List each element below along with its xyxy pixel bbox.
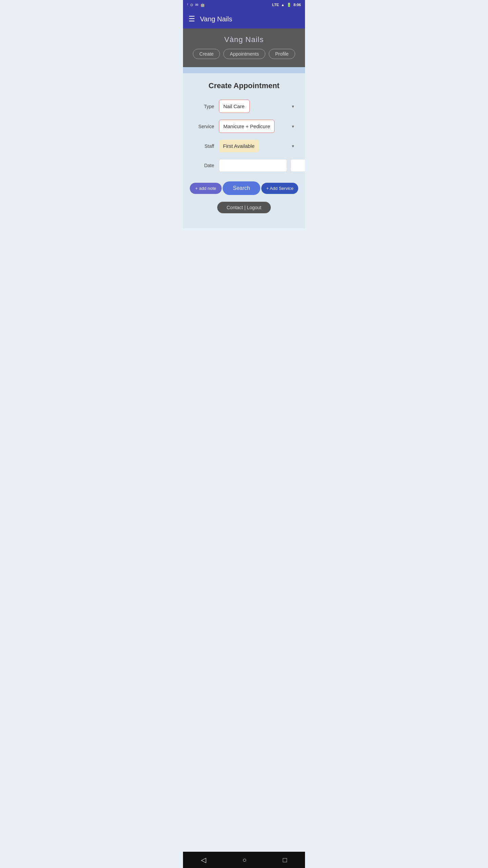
action-buttons: + add note Search + Add Service [190, 181, 298, 195]
circle-icon: ⊙ [190, 3, 193, 7]
footer-pill: Contact | Logout [217, 202, 271, 213]
type-row: Type Nail Care Hair Care Facial [190, 100, 298, 113]
service-select[interactable]: Manicure + Pedicure Manicure Pedicure Ge… [219, 120, 274, 133]
robot-icon: 🤖 [200, 3, 205, 7]
date-label: Date [190, 163, 214, 168]
exclamation-icon: ! [187, 3, 188, 7]
add-note-button[interactable]: + add note [190, 183, 222, 194]
add-service-button[interactable]: + Add Service [261, 183, 298, 194]
mail-icon: ✉ [195, 3, 198, 7]
footer-links: Contact | Logout [190, 202, 298, 213]
type-select[interactable]: Nail Care Hair Care Facial [219, 100, 250, 113]
signal-icon: ▲ [281, 3, 285, 7]
staff-row: Staff First Available Staff 1 Staff 2 [190, 140, 298, 152]
tab-buttons-container: Create Appointments Profile [188, 49, 300, 59]
tab-create[interactable]: Create [193, 49, 220, 59]
service-select-wrapper: Manicure + Pedicure Manicure Pedicure Ge… [219, 120, 298, 133]
app-title: Vang Nails [200, 15, 232, 23]
clock: 8:06 [293, 3, 301, 7]
staff-label: Staff [190, 143, 214, 149]
search-button[interactable]: Search [223, 181, 260, 195]
main-content: Create Appointment Type Nail Care Hair C… [183, 73, 305, 228]
salon-name-header: Vàng Nails [188, 35, 300, 44]
contact-link[interactable]: Contact [227, 205, 243, 210]
header-section: Vàng Nails Create Appointments Profile [183, 28, 305, 67]
service-label: Service [190, 124, 214, 129]
logout-link[interactable]: Logout [247, 205, 261, 210]
date-input[interactable] [219, 159, 287, 172]
status-left-icons: ! ⊙ ✉ 🤖 [187, 3, 205, 7]
type-label: Type [190, 104, 214, 109]
divider-band [183, 67, 305, 73]
tab-profile[interactable]: Profile [269, 49, 295, 59]
tab-appointments[interactable]: Appointments [223, 49, 265, 59]
date-inputs-container [219, 159, 305, 172]
date-row: Date [190, 159, 298, 172]
service-row: Service Manicure + Pedicure Manicure Ped… [190, 120, 298, 133]
lte-indicator: LTE [272, 3, 279, 7]
time-input[interactable] [290, 159, 305, 172]
battery-icon: 🔋 [287, 3, 291, 7]
type-select-wrapper: Nail Care Hair Care Facial [219, 100, 298, 113]
hamburger-menu-icon[interactable]: ☰ [188, 15, 195, 23]
form-title: Create Appointment [190, 81, 298, 90]
top-nav: ☰ Vang Nails [183, 9, 305, 28]
status-bar: ! ⊙ ✉ 🤖 LTE ▲ 🔋 8:06 [183, 0, 305, 9]
staff-select[interactable]: First Available Staff 1 Staff 2 [219, 140, 259, 152]
staff-select-wrapper: First Available Staff 1 Staff 2 [219, 140, 298, 152]
status-right-icons: LTE ▲ 🔋 8:06 [272, 3, 301, 7]
